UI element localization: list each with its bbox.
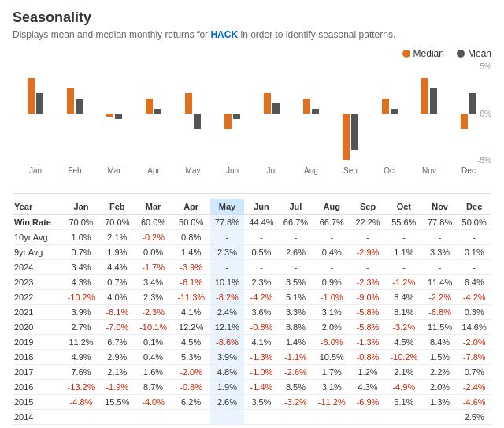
mean-bar-wrapper — [36, 62, 43, 165]
cell-may: 4.8% — [210, 365, 245, 380]
median-bar — [303, 99, 310, 114]
cell-jan: -13.2% — [62, 380, 100, 395]
cell-jan: 11.2% — [62, 335, 100, 350]
cell-mar: 3.4% — [135, 275, 172, 290]
cell-sep: -9.0% — [350, 290, 385, 305]
cell-dec: -4.2% — [457, 290, 491, 305]
cell-jun: 44.4% — [244, 215, 279, 230]
cell-oct: -10.2% — [385, 350, 423, 365]
median-bar — [28, 78, 35, 114]
data-table: YearJanFebMarAprMayJunJulAugSepOctNovDec… — [13, 199, 491, 425]
cell-mar: -1.7% — [135, 260, 172, 275]
table-row: 20202.7%-7.0%-10.1%12.2%12.1%-0.8%8.8%2.… — [13, 320, 491, 335]
table-row: 2016-13.2%-1.9%8.7%-0.8%1.9%-1.4%8.5%3.1… — [13, 380, 491, 395]
cell-oct: 55.6% — [385, 215, 423, 230]
legend-median: Median — [402, 48, 444, 59]
x-label-mar: Mar — [94, 166, 134, 175]
mean-bar — [469, 93, 476, 114]
cell-apr: -11.3% — [172, 290, 210, 305]
cell-mar: 60.0% — [135, 215, 172, 230]
cell-oct: -4.9% — [385, 380, 423, 395]
x-label-oct: Oct — [370, 166, 410, 175]
cell-jul: 5.1% — [279, 290, 313, 305]
col-header-year: Year — [13, 199, 62, 215]
bar-group-nov — [410, 62, 449, 165]
cell-may: -8.2% — [210, 290, 245, 305]
cell-year: 2021 — [13, 305, 62, 320]
cell-nov: 11.4% — [423, 275, 458, 290]
cell-may: - — [210, 230, 245, 245]
cell-mar: 0.0% — [135, 245, 172, 260]
cell-dec: -7.8% — [457, 350, 491, 365]
col-header-nov: Nov — [423, 199, 458, 215]
cell-feb: 70.0% — [100, 215, 135, 230]
legend-mean: Mean — [457, 48, 491, 59]
x-label-jul: Jul — [252, 166, 291, 175]
cell-jul: 3.5% — [279, 275, 313, 290]
cell-sep: 1.2% — [350, 365, 385, 380]
mean-bar-wrapper — [272, 62, 280, 165]
table-container: YearJanFebMarAprMayJunJulAugSepOctNovDec… — [13, 199, 491, 425]
bar-group-apr — [134, 62, 173, 165]
mean-bar-wrapper — [312, 62, 319, 165]
mean-bar — [36, 93, 43, 114]
median-bar — [264, 93, 271, 114]
x-label-jan: Jan — [16, 166, 55, 175]
mean-bar — [430, 88, 437, 114]
table-row: 20177.6%2.1%1.6%-2.0%4.8%-1.0%-2.6%1.7%1… — [13, 365, 491, 380]
cell-year: 2019 — [13, 335, 62, 350]
cell-apr: 50.0% — [172, 215, 210, 230]
mean-bar — [351, 114, 358, 150]
median-bar — [67, 88, 74, 114]
cell-jul — [279, 410, 313, 425]
cell-dec: -2.4% — [457, 380, 491, 395]
cell-dec: 50.0% — [457, 215, 491, 230]
cell-apr: 12.2% — [172, 320, 210, 335]
cell-aug: -6.0% — [313, 335, 350, 350]
table-row: 2022-10.2%4.0%2.3%-11.3%-8.2%-4.2%5.1%-1… — [13, 290, 491, 305]
cell-feb: 1.9% — [100, 245, 135, 260]
cell-oct: 8.1% — [385, 305, 423, 320]
median-bar-wrapper — [382, 62, 389, 165]
cell-apr: 4.5% — [172, 335, 210, 350]
mean-bar-wrapper — [469, 62, 476, 165]
cell-nov: 3.3% — [423, 245, 458, 260]
chart-bars — [13, 62, 491, 165]
cell-feb — [100, 410, 135, 425]
cell-mar: -2.3% — [135, 305, 172, 320]
cell-sep: -1.3% — [350, 335, 385, 350]
bar-group-feb — [55, 62, 94, 165]
cell-feb: 4.4% — [100, 260, 135, 275]
cell-jun: 4.1% — [244, 335, 279, 350]
cell-aug: 1.7% — [313, 365, 350, 380]
cell-may: 12.1% — [210, 320, 245, 335]
cell-nov — [423, 410, 458, 425]
cell-apr: 6.2% — [172, 395, 210, 410]
cell-year: Win Rate — [13, 215, 62, 230]
cell-apr: 4.1% — [172, 305, 210, 320]
cell-jun — [244, 410, 279, 425]
bar-group-jan — [16, 62, 55, 165]
col-header-aug: Aug — [313, 199, 350, 215]
cell-may: 77.8% — [210, 215, 245, 230]
cell-feb: -6.1% — [100, 305, 135, 320]
col-header-jul: Jul — [279, 199, 313, 215]
cell-aug: - — [313, 230, 350, 245]
bar-group-dec — [449, 62, 488, 165]
table-row: 20234.3%0.7%3.4%-6.1%10.1%2.3%3.5%0.9%-2… — [13, 275, 491, 290]
cell-may: - — [210, 260, 245, 275]
cell-sep: - — [350, 230, 385, 245]
cell-oct: 1.1% — [385, 245, 423, 260]
median-label: Median — [413, 48, 444, 59]
bar-group-jun — [213, 62, 252, 165]
cell-nov: -2.2% — [423, 290, 458, 305]
table-row: 9yr Avg0.7%1.9%0.0%1.4%2.3%0.5%2.6%0.4%-… — [13, 245, 491, 260]
cell-sep: -5.8% — [350, 320, 385, 335]
table-row: 10yr Avg1.0%2.1%-0.2%0.8%-------- — [13, 230, 491, 245]
median-bar-wrapper — [421, 62, 428, 165]
cell-feb: -7.0% — [100, 320, 135, 335]
cell-nov: 2.0% — [423, 380, 458, 395]
cell-dec: 0.1% — [457, 245, 491, 260]
cell-aug: 10.5% — [313, 350, 350, 365]
mean-bar — [312, 109, 319, 114]
